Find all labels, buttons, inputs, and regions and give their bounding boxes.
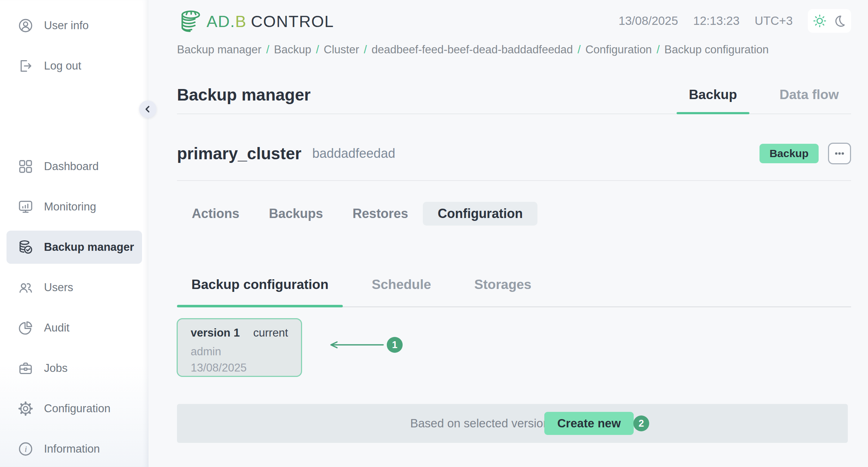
annotation-badge-2: 2	[633, 415, 649, 431]
title-row: Backup manager Backup Data flow	[177, 76, 851, 114]
logout-icon	[17, 58, 34, 74]
breadcrumb-item[interactable]: Backup configuration	[664, 43, 769, 56]
tab-backups[interactable]: Backups	[254, 202, 338, 226]
sidebar-item-audit[interactable]: Audit	[6, 311, 142, 344]
audit-icon	[17, 320, 34, 336]
user-icon	[17, 17, 34, 34]
breadcrumb-separator: /	[364, 43, 367, 56]
sidebar-item-log-out[interactable]: Log out	[6, 49, 142, 83]
tab-schedule[interactable]: Schedule	[357, 262, 446, 307]
sidebar-item-dashboard[interactable]: Dashboard	[6, 150, 142, 183]
sidebar-item-label: Configuration	[44, 402, 110, 415]
cluster-id: baddadfeedad	[312, 146, 395, 161]
breadcrumb-separator: /	[656, 43, 660, 56]
moon-icon[interactable]	[832, 14, 846, 28]
sidebar-item-information[interactable]: i Information	[6, 432, 142, 466]
main-content: AD.BCONTROL 13/08/2025 12:13:23 UTC+3 Ba…	[149, 0, 868, 467]
sidebar-item-label: Jobs	[44, 362, 67, 375]
current-date: 13/08/2025	[619, 14, 678, 28]
breadcrumb-item[interactable]: Cluster	[324, 43, 359, 56]
sidebar-item-monitoring[interactable]: Monitoring	[6, 190, 142, 223]
sidebar-item-label: Users	[44, 281, 73, 294]
version-card-header: version 1 current	[191, 326, 288, 339]
version-current-badge: current	[253, 326, 288, 339]
version-card[interactable]: version 1 current admin 13/08/2025	[177, 318, 302, 377]
breadcrumb-item[interactable]: Backup	[274, 43, 311, 56]
annotation-badge-1: 1	[387, 337, 403, 353]
breadcrumb-separator: /	[266, 43, 269, 56]
logo-icon	[177, 9, 203, 35]
collapse-sidebar-button[interactable]	[139, 101, 156, 118]
app-logo: AD.BCONTROL	[177, 9, 334, 35]
configuration-icon	[17, 400, 34, 417]
sidebar-item-label: Dashboard	[44, 160, 99, 173]
top-tabs: Backup Data flow	[677, 76, 851, 114]
information-icon: i	[17, 441, 34, 457]
logo-wordmark: AD.BCONTROL	[207, 12, 334, 31]
users-icon	[17, 279, 34, 296]
tab-backup[interactable]: Backup	[677, 76, 749, 114]
topbar-meta: 13/08/2025 12:13:23 UTC+3	[619, 8, 851, 34]
version-author: admin	[191, 345, 288, 358]
action-bar: Based on selected version Create new 2	[177, 404, 848, 443]
sidebar-item-label: Audit	[44, 321, 70, 334]
breadcrumb-separator: /	[316, 43, 319, 56]
breadcrumb: Backup manager / Backup / Cluster / dead…	[177, 43, 769, 56]
annotation-arrow-left-icon	[326, 340, 385, 350]
sidebar-item-configuration[interactable]: Configuration	[6, 392, 142, 425]
page-title: Backup manager	[177, 85, 311, 104]
chevron-left-icon	[142, 103, 154, 115]
dashboard-icon	[17, 158, 34, 175]
tab-data-flow[interactable]: Data flow	[767, 76, 851, 114]
configuration-sub-tabs: Backup configuration Schedule Storages	[177, 262, 851, 307]
breadcrumb-item[interactable]: Backup manager	[177, 43, 261, 56]
sidebar-nav: Dashboard Monitoring	[0, 150, 149, 466]
breadcrumb-item[interactable]: deadbeef-feed-beef-dead-baddadfeedad	[372, 43, 573, 56]
sidebar-item-label: Information	[44, 442, 100, 455]
action-bar-label: Based on selected version	[410, 404, 550, 443]
breadcrumb-item[interactable]: Configuration	[585, 43, 652, 56]
version-title: version 1	[191, 326, 240, 339]
sidebar-item-label: Log out	[44, 59, 81, 72]
tab-restores[interactable]: Restores	[338, 202, 423, 226]
cluster-name: primary_cluster	[177, 144, 301, 163]
section-tabs: Actions Backups Restores Configuration	[177, 202, 537, 226]
theme-toggle	[808, 9, 851, 33]
tab-configuration[interactable]: Configuration	[423, 202, 537, 226]
sidebar-item-backup-manager[interactable]: Backup manager	[6, 231, 142, 264]
tab-storages[interactable]: Storages	[460, 262, 546, 307]
current-time: 12:13:23	[693, 14, 739, 28]
cluster-row: primary_cluster baddadfeedad Backup	[177, 127, 851, 181]
sidebar-item-users[interactable]: Users	[6, 271, 142, 304]
timezone: UTC+3	[755, 14, 793, 28]
backup-manager-icon	[17, 239, 34, 255]
sidebar-item-label: Backup manager	[44, 241, 134, 254]
create-new-button[interactable]: Create new	[544, 412, 634, 435]
jobs-icon	[17, 360, 34, 377]
svg-text:i: i	[25, 444, 27, 454]
sun-icon[interactable]	[812, 14, 827, 28]
ellipsis-icon	[833, 147, 846, 160]
backup-button[interactable]: Backup	[760, 144, 819, 163]
sidebar-item-label: Monitoring	[44, 200, 96, 213]
tab-backup-configuration[interactable]: Backup configuration	[177, 262, 343, 307]
sidebar-item-user-info[interactable]: User info	[6, 9, 142, 42]
tab-actions[interactable]: Actions	[177, 202, 254, 226]
breadcrumb-separator: /	[577, 43, 581, 56]
version-date: 13/08/2025	[191, 361, 288, 374]
sidebar: User info Log out Dashboard	[0, 0, 149, 467]
sidebar-item-jobs[interactable]: Jobs	[6, 352, 142, 385]
monitoring-icon	[17, 199, 34, 215]
more-actions-button[interactable]	[828, 143, 851, 164]
sidebar-item-label: User info	[44, 19, 89, 32]
